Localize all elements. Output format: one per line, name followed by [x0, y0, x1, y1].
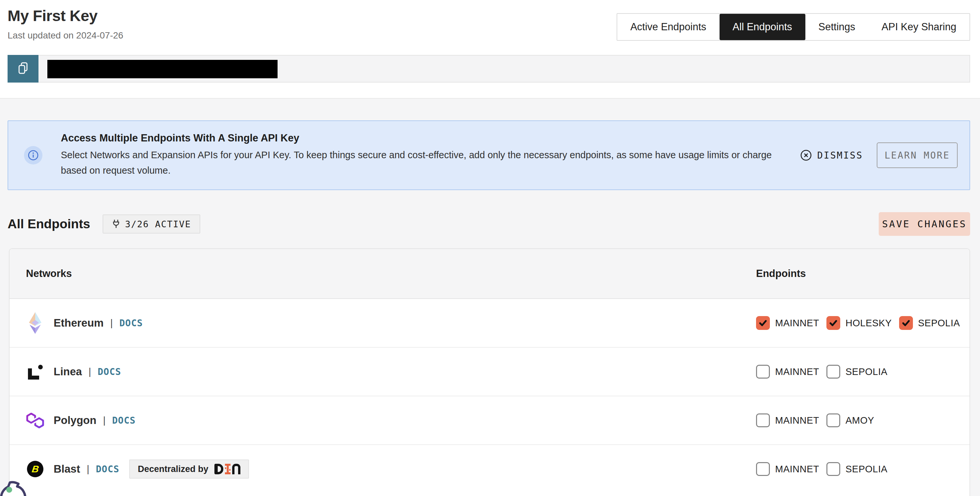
docs-link[interactable]: DOCS — [112, 415, 135, 426]
endpoint-label: MAINNET — [775, 366, 819, 377]
page-title: My First Key — [8, 6, 97, 25]
endpoint-label: SEPOLIA — [845, 464, 888, 475]
decentralized-by-din-badge: Decentralized by — [129, 459, 249, 479]
polygon-icon — [26, 413, 45, 428]
table-row-linea: Linea | DOCS MAINNET SEPOLIA — [10, 348, 969, 396]
blast-icon: B — [26, 461, 45, 477]
banner-body: Select Networks and Expansion APIs for y… — [61, 147, 788, 178]
endpoint-option-sepolia[interactable]: SEPOLIA — [899, 316, 960, 330]
endpoint-label: AMOY — [845, 415, 874, 426]
learn-more-button[interactable]: LEARN MORE — [877, 142, 958, 168]
endpoint-option-holesky[interactable]: HOLESKY — [826, 316, 892, 330]
endpoint-option-sepolia[interactable]: SEPOLIA — [826, 462, 888, 476]
network-name: Linea — [54, 366, 82, 378]
page-header: My First Key Last updated on 2024-07-26 … — [0, 0, 980, 98]
checkbox[interactable] — [899, 316, 913, 330]
network-cell: Ethereum | DOCS — [26, 299, 143, 347]
active-count-badge: 3/26 ACTIVE — [103, 215, 200, 234]
endpoint-label: MAINNET — [775, 415, 819, 426]
tab-all-endpoints[interactable]: All Endpoints — [719, 14, 805, 40]
tab-active-endpoints[interactable]: Active Endpoints — [617, 14, 719, 40]
checkbox[interactable] — [756, 413, 770, 427]
table-row-polygon: Polygon | DOCS MAINNET AMOY — [10, 396, 969, 445]
din-letter-d — [215, 464, 223, 474]
pipe-separator: | — [110, 317, 113, 329]
dismiss-button[interactable]: DISMISS — [800, 149, 863, 161]
docs-link[interactable]: DOCS — [96, 464, 119, 475]
section-bar: All Endpoints 3/26 ACTIVE SAVE CHANGES — [8, 212, 970, 236]
plug-icon — [112, 219, 120, 229]
docs-link[interactable]: DOCS — [119, 318, 143, 329]
docs-link[interactable]: DOCS — [98, 366, 121, 377]
network-cell: Polygon | DOCS — [26, 396, 135, 444]
banner-title: Access Multiple Endpoints With A Single … — [61, 132, 788, 144]
api-key-field — [38, 55, 970, 83]
network-name: Ethereum — [54, 317, 103, 329]
tab-bar: Active Endpoints All Endpoints Settings … — [617, 13, 970, 41]
tab-api-key-sharing[interactable]: API Key Sharing — [869, 14, 969, 40]
pipe-separator: | — [87, 463, 89, 475]
info-banner: Access Multiple Endpoints With A Single … — [8, 120, 970, 190]
checkbox[interactable] — [756, 462, 770, 476]
table-row-ethereum: Ethereum | DOCS MAINNET HOLESKY — [10, 299, 969, 348]
checkbox[interactable] — [756, 365, 770, 378]
api-key-row — [8, 55, 970, 83]
pipe-separator: | — [103, 415, 105, 426]
checkbox[interactable] — [826, 365, 840, 378]
checkbox[interactable] — [826, 462, 840, 476]
endpoint-option-sepolia[interactable]: SEPOLIA — [826, 365, 888, 378]
section-title: All Endpoints — [8, 217, 90, 231]
copy-icon — [17, 62, 29, 76]
tab-settings[interactable]: Settings — [805, 14, 869, 40]
network-name: Blast — [54, 463, 80, 475]
column-header-networks: Networks — [26, 249, 72, 298]
network-cell: Linea | DOCS — [26, 348, 121, 396]
online-status-dot — [6, 487, 12, 493]
checkbox[interactable] — [826, 413, 840, 427]
dismiss-label: DISMISS — [817, 150, 863, 161]
endpoint-label: SEPOLIA — [918, 318, 960, 329]
endpoint-label: HOLESKY — [845, 318, 892, 329]
active-count-label: 3/26 ACTIVE — [125, 219, 191, 229]
pipe-separator: | — [89, 366, 91, 377]
endpoints-cell: MAINNET SEPOLIA — [756, 348, 888, 396]
page-subtitle: Last updated on 2024-07-26 — [8, 30, 123, 41]
endpoints-cell: MAINNET HOLESKY SEPOLIA — [756, 299, 960, 347]
endpoint-option-mainnet[interactable]: MAINNET — [756, 316, 819, 330]
chat-widget-button[interactable] — [0, 476, 43, 496]
endpoints-cell: MAINNET AMOY — [756, 396, 874, 444]
endpoints-table: Networks Endpoints Ethereum | DOCS — [9, 248, 970, 496]
column-header-endpoints: Endpoints — [756, 249, 806, 298]
network-name: Polygon — [54, 414, 96, 427]
banner-text: Access Multiple Endpoints With A Single … — [61, 132, 788, 178]
linea-icon — [26, 364, 45, 380]
circle-x-icon — [800, 149, 812, 161]
table-row-blast: B Blast | DOCS Decentralized by — [10, 445, 969, 493]
checkbox[interactable] — [826, 316, 840, 330]
badge-prefix: Decentralized by — [138, 464, 208, 474]
checkbox[interactable] — [756, 316, 770, 330]
din-letter-n — [232, 464, 240, 474]
endpoint-label: MAINNET — [775, 318, 819, 329]
endpoint-option-mainnet[interactable]: MAINNET — [756, 462, 819, 476]
page-body: Access Multiple Endpoints With A Single … — [0, 98, 980, 496]
save-changes-button[interactable]: SAVE CHANGES — [879, 212, 970, 236]
ethereum-icon — [26, 312, 45, 334]
info-icon — [24, 146, 43, 164]
endpoint-option-mainnet[interactable]: MAINNET — [756, 365, 819, 378]
network-cell: B Blast | DOCS Decentralized by — [26, 445, 249, 493]
endpoints-cell: MAINNET SEPOLIA — [756, 445, 888, 493]
endpoint-label: SEPOLIA — [845, 366, 888, 377]
api-key-redacted-value — [47, 60, 278, 78]
copy-api-key-button[interactable] — [8, 55, 38, 83]
din-logo — [215, 464, 240, 474]
din-letter-i — [225, 464, 231, 474]
endpoint-option-amoy[interactable]: AMOY — [826, 413, 874, 427]
table-header: Networks Endpoints — [10, 249, 969, 299]
endpoint-label: MAINNET — [775, 464, 819, 475]
endpoint-option-mainnet[interactable]: MAINNET — [756, 413, 819, 427]
